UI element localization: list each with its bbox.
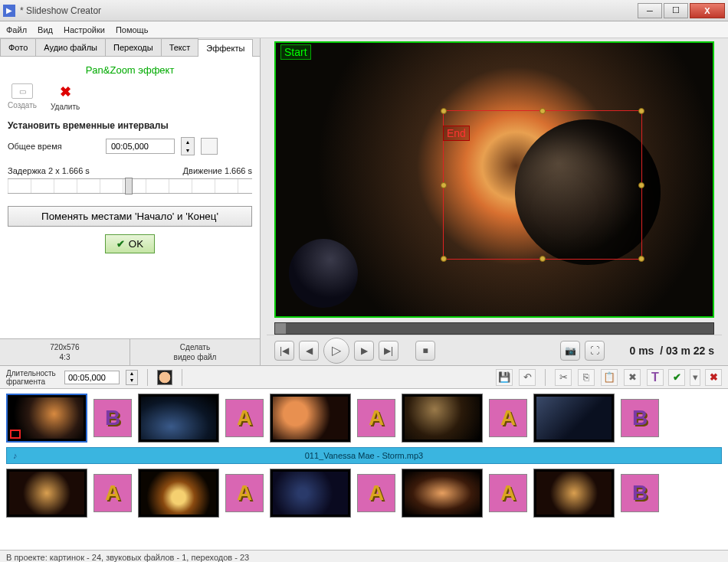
timing-slider[interactable] (8, 178, 252, 194)
camera-icon: 📷 (565, 345, 576, 356)
time-display: 0 ms / 03 m 22 s (629, 345, 714, 357)
resize-handle[interactable] (441, 256, 447, 262)
delete-effect-button[interactable]: ✖ Удалить (51, 83, 80, 111)
menu-help[interactable]: Помощь (116, 25, 149, 34)
preview-canvas[interactable]: Start End (274, 41, 714, 318)
transition-clip[interactable]: A (225, 399, 264, 437)
window-title: * Slideshow Creator (20, 5, 638, 16)
apply-button[interactable]: ✔ (668, 369, 685, 386)
undo-button[interactable]: ↶ (519, 369, 536, 386)
cut-button[interactable]: ✂ (555, 369, 572, 386)
resize-handle[interactable] (539, 108, 546, 114)
tab-photo[interactable]: Фото (0, 38, 36, 56)
resize-handle[interactable] (441, 108, 447, 114)
goto-end-button[interactable]: ▶| (379, 341, 398, 361)
menu-view[interactable]: Вид (38, 25, 53, 34)
stop-button[interactable]: ■ (415, 341, 435, 361)
tab-text[interactable]: Текст (161, 38, 199, 56)
clip[interactable] (138, 394, 219, 443)
clip[interactable] (533, 394, 615, 443)
prev-frame-button[interactable]: ◀ (299, 341, 319, 361)
transition-clip[interactable]: A (357, 399, 395, 437)
text-tool-button[interactable]: T (647, 369, 664, 386)
transition-clip[interactable]: B (93, 399, 132, 437)
resize-handle[interactable] (638, 108, 644, 114)
play-button[interactable]: ▷ (323, 338, 349, 364)
title-bar: ▶ * Slideshow Creator ─ ☐ X (0, 0, 728, 21)
goto-start-button[interactable]: |◀ (274, 341, 294, 361)
snapshot-button[interactable]: 📷 (560, 341, 580, 361)
ok-button[interactable]: OK (105, 234, 155, 253)
apply-dropdown[interactable]: ▾ (690, 369, 700, 386)
transition-clip[interactable]: A (225, 474, 264, 512)
motion-label: Движение 1.666 s (183, 166, 252, 175)
face-detect-button[interactable] (157, 370, 172, 385)
resize-handle[interactable] (638, 256, 644, 262)
close-button[interactable]: X (690, 3, 725, 18)
make-video-button[interactable]: Сделатьвидео файл (130, 339, 260, 365)
total-time-input[interactable] (106, 139, 175, 154)
audio-clip[interactable]: 011_Vanessa Mae - Storm.mp3 (6, 447, 722, 464)
planet2-graphic (289, 239, 358, 308)
duration-spinner[interactable]: ▲▼ (126, 370, 138, 385)
maximize-button[interactable]: ☐ (664, 3, 688, 18)
timeline[interactable]: B A A A B 011_Vanessa Mae - Storm.mp3 A … (0, 389, 728, 550)
x-icon: ✖ (628, 371, 637, 383)
resolution-button[interactable]: 720x5764:3 (0, 339, 130, 365)
transition-clip[interactable]: A (357, 474, 395, 512)
fullscreen-button[interactable]: ⛶ (585, 341, 605, 361)
link-button[interactable] (201, 138, 218, 155)
menu-bar: Файл Вид Настройки Помощь (0, 21, 728, 38)
effects-panel: Фото Аудио файлы Переходы Текст Эффекты … (0, 38, 261, 365)
save-button[interactable]: 💾 (496, 369, 513, 386)
transition-clip[interactable]: B (621, 399, 659, 437)
clip[interactable] (270, 394, 351, 443)
create-effect-button[interactable]: ▭ Создать (8, 83, 37, 111)
effect-title: Pan&Zoom эффект (8, 64, 252, 76)
resize-handle[interactable] (441, 182, 447, 188)
fragment-duration-input[interactable] (64, 371, 120, 384)
tab-effects[interactable]: Эффекты (198, 39, 253, 57)
end-frame[interactable] (443, 110, 642, 260)
resize-handle[interactable] (539, 256, 546, 262)
cancel-button[interactable]: ✖ (705, 369, 722, 386)
effect-marker-icon (10, 430, 21, 439)
video-track-1: B A A A B (6, 394, 722, 443)
playback-bar: |◀ ◀ ▷ ▶ ▶| ■ 📷 ⛶ 0 ms / 03 m 22 s (267, 335, 722, 365)
swap-start-end-button[interactable]: Поменять местами 'Начало' и 'Конец' (8, 206, 252, 227)
start-marker[interactable]: Start (280, 44, 311, 60)
delete-clip-button[interactable]: ✖ (624, 369, 641, 386)
paste-button[interactable]: 📋 (601, 369, 618, 386)
scrub-bar[interactable] (274, 322, 714, 335)
transition-clip[interactable]: A (489, 399, 527, 437)
menu-settings[interactable]: Настройки (64, 25, 105, 34)
clip[interactable] (138, 469, 219, 518)
tab-audio[interactable]: Аудио файлы (35, 38, 106, 56)
timeline-toolbar: Длительность фрагмента ▲▼ 💾 ↶ ✂ ⎘ 📋 ✖ T … (0, 366, 728, 389)
resize-handle[interactable] (638, 182, 644, 188)
delete-icon: ✖ (60, 83, 71, 100)
delay-label: Задержка 2 x 1.666 s (8, 166, 90, 175)
transition-clip[interactable]: B (621, 474, 659, 512)
copy-button[interactable]: ⎘ (578, 369, 595, 386)
transition-clip[interactable]: A (489, 474, 527, 512)
clip[interactable] (533, 469, 615, 518)
preview-area: Start End |◀ ◀ ▷ ▶ ▶| ■ 📷 ⛶ (261, 38, 728, 365)
timing-section-title: Установить временные интервалы (8, 120, 252, 131)
slider-thumb[interactable] (125, 178, 133, 194)
clip[interactable] (6, 469, 87, 518)
end-marker[interactable]: End (443, 126, 470, 141)
transition-clip[interactable]: A (93, 474, 132, 512)
save-icon: 💾 (498, 371, 510, 383)
next-frame-button[interactable]: ▶ (354, 341, 374, 361)
clip[interactable] (6, 394, 87, 443)
clip[interactable] (402, 469, 483, 518)
total-time-spinner[interactable]: ▲▼ (181, 137, 195, 155)
menu-file[interactable]: Файл (6, 25, 27, 34)
copy-icon: ⎘ (583, 371, 589, 383)
tab-transitions[interactable]: Переходы (105, 38, 162, 56)
panel-tabs: Фото Аудио файлы Переходы Текст Эффекты (0, 38, 260, 57)
clip[interactable] (270, 469, 351, 518)
clip[interactable] (402, 394, 483, 443)
minimize-button[interactable]: ─ (638, 3, 662, 18)
